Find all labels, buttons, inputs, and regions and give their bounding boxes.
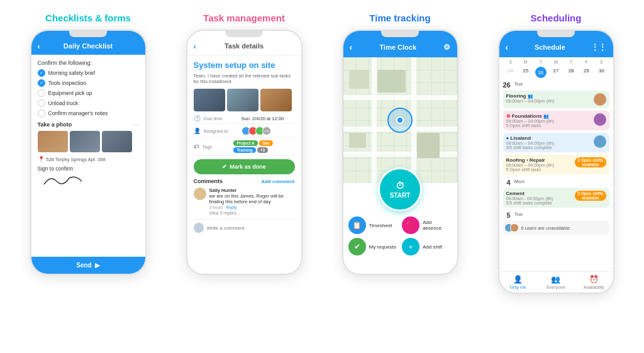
day-label-1: Tue: [514, 81, 523, 89]
check-circle-0[interactable]: ✓: [38, 69, 45, 77]
photo-section-label: Take a photo: [38, 121, 72, 128]
action-requests[interactable]: ✔ My requests: [348, 238, 399, 255]
schedule-day-divider-3: 5 Tue: [503, 210, 609, 221]
commenter-name: Sally Hunter: [209, 188, 295, 193]
features-row: Checklists & forms ‹ Daily Checklist Con…: [6, 13, 638, 294]
task-img-1: [194, 89, 225, 111]
back-arrow-2[interactable]: ‹: [194, 42, 196, 51]
tags-label: Tags: [203, 144, 231, 150]
write-comment-row: [194, 219, 295, 233]
checkmark-icon: ✔: [222, 164, 227, 170]
absence-label: Add absence: [423, 220, 452, 231]
cal-day-w: W: [548, 60, 564, 64]
mark-done-button[interactable]: ✔ Mark as done: [194, 159, 295, 174]
cal-date-24[interactable]: 24: [503, 67, 518, 78]
checklist-item-3: Unload truck: [38, 99, 139, 107]
cal-day-s2: S: [594, 60, 609, 64]
map-building-4: [417, 133, 440, 158]
comments-header: Comments Add comment: [194, 178, 295, 184]
add-comment-link[interactable]: Add comment: [261, 179, 294, 184]
add-shift-icon: ＋: [402, 238, 419, 255]
everyone-icon: 👥: [551, 275, 560, 284]
checklist-header-title: Daily Checklist: [64, 42, 113, 50]
only-me-icon: 👤: [513, 275, 523, 284]
write-comment-input[interactable]: [207, 225, 295, 231]
event-foundations-sub: 5 Open shift tasks: [506, 123, 591, 128]
due-value: Sun. 2/4/20 at 12:00: [242, 116, 284, 121]
day-label-2: Mon: [514, 179, 525, 186]
start-btn-area: ⏱ START: [343, 167, 457, 211]
cal-header: S M T W T F S: [499, 57, 613, 65]
cal-date-26-today[interactable]: 26: [535, 67, 547, 78]
phone-scheduling: ‹ Schedule ⋮⋮ S M T W T F S 24 25 26 27 …: [498, 30, 614, 294]
start-button[interactable]: ⏱ START: [378, 167, 422, 211]
footer-tab-only-me[interactable]: 👤 Only me: [499, 275, 537, 289]
check-circle-4[interactable]: [38, 109, 45, 117]
back-arrow-4[interactable]: ‹: [506, 42, 509, 52]
phone1-footer[interactable]: Send ▶: [31, 257, 145, 274]
cal-day-m: M: [518, 60, 533, 64]
event-flooring-info: Flooring 👥 08:00am – 04:00pm (8h): [506, 93, 591, 103]
timesheet-icon: 📋: [348, 216, 366, 234]
photo-thumb-3: [102, 131, 132, 152]
event-cement[interactable]: Cement 08:00am - 04:00pm (8h) 5/5 shift …: [503, 188, 609, 208]
event-foundations-title: ⊗ Foundations 👥: [506, 113, 591, 119]
back-arrow-1[interactable]: ‹: [38, 42, 40, 51]
footer-tab-availability[interactable]: ⏰ Availability: [575, 275, 613, 289]
footer-tab-everyone[interactable]: 👥 Everyone: [537, 275, 575, 289]
cal-day-t2: T: [564, 60, 579, 64]
reply-link[interactable]: Reply: [226, 205, 237, 210]
unavail-row: 6 users are unavailable: [503, 221, 609, 235]
add-shift-label: Add shift: [423, 244, 442, 250]
cal-date-28[interactable]: 28: [564, 67, 579, 78]
action-absence[interactable]: 🚫 Add absence: [402, 216, 452, 234]
action-add-shift[interactable]: ＋ Add shift: [402, 238, 452, 255]
absence-icon: 🚫: [402, 216, 419, 234]
cal-date-29[interactable]: 29: [579, 67, 594, 78]
event-flooring[interactable]: Flooring 👥 08:00am – 04:00pm (8h): [503, 91, 609, 108]
event-roofing[interactable]: Roofing › Repair 08:00am – 04:00pm (8h) …: [503, 155, 609, 174]
feature-title-checklists: Checklists & forms: [45, 13, 131, 23]
phone3-actions: 📋 Timesheet 🚫 Add absence ✔ My requests …: [343, 216, 457, 261]
task-desc: Team, I have created all the relevant su…: [194, 73, 295, 86]
task-header-title: Task details: [225, 42, 264, 50]
task-assigned-row: 👤 Assigned to +3: [194, 126, 295, 138]
event-roofing-time: 08:00am – 04:00pm (8h): [506, 163, 573, 167]
cement-badge: 3 Open shiftsavailable: [575, 191, 606, 201]
map-building-1: [349, 70, 370, 89]
phone4-footer: 👤 Only me 👥 Everyone ⏰ Availability: [499, 271, 613, 293]
map-building-2: [377, 70, 406, 92]
event-foundations-avatar: [594, 113, 606, 126]
signature-area[interactable]: [38, 172, 139, 191]
task-img-2: [227, 89, 258, 111]
cal-date-27[interactable]: 27: [548, 67, 564, 78]
feature-title-task: Task management: [203, 13, 285, 23]
menu-icon[interactable]: ⋮⋮: [591, 43, 606, 52]
check-circle-2[interactable]: [38, 89, 45, 97]
view-replies[interactable]: View 3 replies...: [209, 211, 295, 215]
schedule-day-divider-1: 26 Tue: [499, 79, 613, 91]
check-circle-3[interactable]: [38, 99, 45, 107]
photo-more-icon[interactable]: ···: [133, 121, 138, 128]
availability-label: Availability: [584, 285, 604, 289]
phone-time: ‹ Time Clock ⚙: [342, 30, 458, 275]
schedule-day-divider-2: 4 Mon: [503, 177, 609, 188]
cal-date-25[interactable]: 25: [518, 67, 533, 78]
back-arrow-3[interactable]: ‹: [350, 42, 353, 52]
start-clock-icon: ⏱: [396, 181, 404, 191]
event-lisaland[interactable]: ● Lisaland 08:00am – 04:00pm (8h) 3/5 sh…: [503, 133, 609, 152]
availability-icon: ⏰: [589, 275, 599, 284]
tag-1: Project A: [233, 140, 257, 146]
commenter-avatar: [194, 188, 206, 200]
feature-col-checklists: Checklists & forms ‹ Daily Checklist Con…: [16, 13, 160, 275]
send-icon: ▶: [95, 262, 100, 269]
action-timesheet[interactable]: 📋 Timesheet: [348, 216, 399, 234]
cal-date-30[interactable]: 30: [594, 67, 609, 78]
feature-col-time: Time tracking ‹ Time Clock ⚙: [328, 13, 472, 275]
event-foundations[interactable]: ⊗ Foundations 👥 08:00am – 04:00pm (8h) 5…: [503, 111, 609, 130]
event-foundations-info: ⊗ Foundations 👥 08:00am – 04:00pm (8h) 5…: [506, 113, 591, 128]
check-circle-1[interactable]: ✓: [38, 79, 45, 87]
gear-icon[interactable]: ⚙: [443, 43, 450, 52]
mark-done-label: Mark as done: [230, 164, 266, 170]
event-cement-sub: 5/5 shift tasks complete: [506, 201, 573, 205]
